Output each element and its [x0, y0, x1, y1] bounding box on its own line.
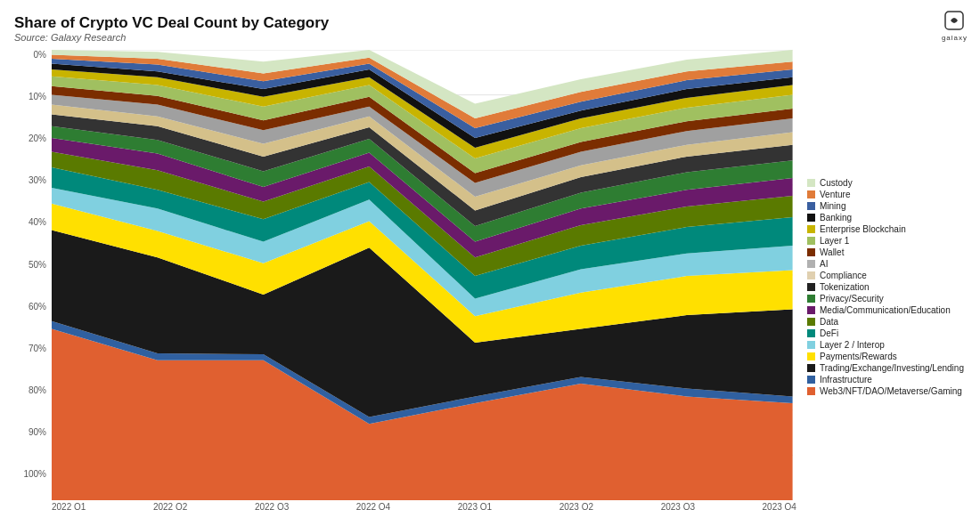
- legend-label: Data: [820, 317, 838, 327]
- legend-label: Enterprise Blockchain: [820, 224, 906, 234]
- legend-color-swatch: [807, 179, 815, 187]
- legend-label: Web3/NFT/DAO/Metaverse/Gaming: [820, 386, 962, 396]
- legend-color-swatch: [807, 237, 815, 245]
- legend-label: Infrastructure: [820, 375, 872, 385]
- legend-color-swatch: [807, 306, 815, 314]
- galaxy-icon: [943, 9, 966, 32]
- chart-source: Source: Galaxy Research: [14, 32, 966, 43]
- legend-item: Enterprise Blockchain: [807, 224, 966, 234]
- x-axis: 2022 Q1 2022 Q2 2022 Q3 2022 Q4 2023 Q1 …: [52, 502, 796, 510]
- legend-item: Compliance: [807, 271, 966, 280]
- legend-color-swatch: [807, 387, 815, 395]
- legend-item: Mining: [807, 201, 966, 211]
- legend-label: Privacy/Security: [820, 294, 884, 304]
- legend-label: Trading/Exchange/Investing/Lending: [820, 363, 964, 373]
- legend-item: Trading/Exchange/Investing/Lending: [807, 363, 966, 373]
- legend-item: Data: [807, 317, 966, 327]
- legend-label: Layer 1: [820, 236, 849, 246]
- legend-color-swatch: [807, 202, 815, 210]
- legend-item: Infrastructure: [807, 375, 966, 385]
- legend-color-swatch: [807, 352, 815, 360]
- legend-item: AI: [807, 259, 966, 269]
- legend-label: Payments/Rewards: [820, 352, 897, 361]
- y-axis: 100% 90% 80% 70% 60% 50% 40% 30% 20% 10%…: [14, 50, 50, 479]
- legend-label: Wallet: [820, 247, 844, 257]
- legend-item: Layer 2 / Interop: [807, 340, 966, 350]
- legend-label: DeFi: [820, 328, 838, 338]
- legend-color-swatch: [807, 295, 815, 303]
- legend-color-swatch: [807, 329, 815, 337]
- legend-item: Privacy/Security: [807, 294, 966, 304]
- legend-item: Web3/NFT/DAO/Metaverse/Gaming: [807, 386, 966, 396]
- chart-title: Share of Crypto VC Deal Count by Categor…: [14, 14, 966, 32]
- legend-label: Layer 2 / Interop: [820, 340, 885, 350]
- legend-color-swatch: [807, 283, 815, 291]
- legend-label: Tokenization: [820, 282, 870, 292]
- legend-color-swatch: [807, 190, 815, 198]
- legend-item: Wallet: [807, 247, 966, 257]
- legend-item: Tokenization: [807, 282, 966, 292]
- legend-item: Banking: [807, 213, 966, 223]
- chart-svg-area: [52, 50, 796, 500]
- galaxy-logo: galaxy: [942, 9, 968, 42]
- legend-label: Banking: [820, 213, 852, 223]
- legend-color-swatch: [807, 214, 815, 222]
- legend-label: Custody: [820, 178, 853, 188]
- legend-label: Venture: [820, 190, 850, 199]
- legend-color-swatch: [807, 260, 815, 268]
- legend-item: Media/Communication/Education: [807, 305, 966, 315]
- legend-item: Custody: [807, 178, 966, 188]
- legend-color-swatch: [807, 248, 815, 256]
- legend-item: Venture: [807, 190, 966, 199]
- legend-label: Compliance: [820, 271, 867, 280]
- legend-item: Layer 1: [807, 236, 966, 246]
- legend-color-swatch: [807, 318, 815, 326]
- legend-label: Mining: [820, 201, 845, 211]
- legend-color-swatch: [807, 341, 815, 349]
- legend-color-swatch: [807, 271, 815, 279]
- legend-color-swatch: [807, 225, 815, 233]
- legend-color-swatch: [807, 364, 815, 372]
- legend-color-swatch: [807, 376, 815, 384]
- legend-label: AI: [820, 259, 828, 269]
- legend-item: Payments/Rewards: [807, 352, 966, 361]
- legend-item: DeFi: [807, 328, 966, 338]
- legend-label: Media/Communication/Education: [820, 305, 951, 315]
- legend: Custody Venture Mining Banking Enterpris…: [796, 50, 966, 510]
